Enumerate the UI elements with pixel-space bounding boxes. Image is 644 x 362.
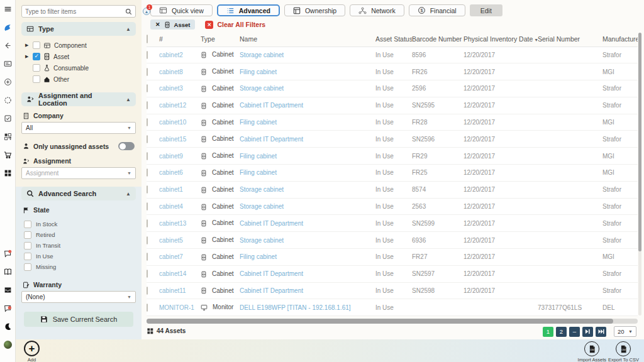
column-header-physical-inventory-date[interactable]: Physical Inventory Date ▼ — [464, 31, 538, 47]
row-checkbox[interactable] — [147, 84, 148, 92]
asset-id-link[interactable]: cabinet12 — [159, 102, 186, 109]
book-icon[interactable] — [3, 267, 13, 277]
sidebar-search[interactable] — [21, 5, 136, 18]
asset-name-link[interactable]: Filing cabinet — [240, 169, 277, 176]
horizontal-scrollbar[interactable] — [147, 319, 638, 324]
tab-quick-view[interactable]: Quick view — [150, 4, 213, 16]
logo-icon[interactable] — [3, 23, 13, 32]
type-filter-item-consumable[interactable]: Consumable — [25, 62, 135, 74]
asset-id-link[interactable]: cabinet15 — [159, 136, 186, 143]
row-checkbox[interactable] — [147, 118, 148, 126]
asset-id-link[interactable]: cabinet10 — [159, 119, 186, 126]
row-checkbox[interactable] — [147, 287, 148, 295]
chat-icon[interactable] — [3, 249, 13, 258]
add-button[interactable]: + Add — [24, 341, 40, 362]
row-checkbox[interactable] — [147, 135, 148, 143]
add-circle-icon[interactable] — [3, 77, 13, 87]
checkbox[interactable] — [33, 53, 40, 60]
asset-name-link[interactable]: Storage cabinet — [240, 186, 284, 193]
import-assets-button[interactable]: CSV Import Assets — [578, 341, 606, 362]
search-icon[interactable] — [125, 8, 132, 15]
page-button-2[interactable]: 2 — [556, 327, 567, 337]
expand-caret-icon[interactable]: ▶ — [25, 43, 30, 48]
row-checkbox[interactable] — [147, 270, 148, 278]
chevron-up-icon[interactable]: ▲ — [126, 191, 131, 197]
select-all-checkbox[interactable] — [147, 35, 148, 43]
back-icon[interactable] — [3, 41, 13, 50]
row-checkbox[interactable] — [147, 51, 148, 59]
page-button-–[interactable]: – — [569, 327, 580, 337]
chevron-up-icon[interactable]: ▲ — [126, 97, 131, 102]
asset-id-link[interactable]: cabinet2 — [159, 52, 183, 58]
row-checkbox[interactable] — [147, 253, 148, 261]
asset-id-link[interactable]: cabinet3 — [159, 85, 183, 92]
type-filter-item-other[interactable]: Other — [25, 74, 135, 85]
column-header--[interactable]: # — [159, 31, 201, 47]
cart-icon[interactable] — [3, 150, 13, 160]
type-filter-item-asset[interactable]: ▶Asset — [25, 51, 135, 62]
expand-caret-icon[interactable]: ▶ — [25, 54, 30, 59]
tab-advanced[interactable]: Advanced — [217, 4, 280, 16]
row-checkbox[interactable] — [147, 168, 148, 177]
page-size-select[interactable]: 20▼ — [614, 326, 636, 337]
asset-name-link[interactable]: Cabinet IT Department — [240, 270, 303, 277]
asset-id-link[interactable]: cabinet14 — [159, 270, 186, 277]
column-header-type[interactable]: Type — [201, 31, 240, 47]
skip-last-button[interactable] — [596, 327, 606, 337]
asset-id-link[interactable]: cabinet9 — [159, 153, 183, 160]
asset-name-link[interactable]: Storage cabinet — [240, 85, 284, 92]
apps-icon[interactable] — [3, 168, 13, 178]
asset-name-link[interactable]: Cabinet IT Department — [240, 136, 303, 143]
column-header-manufacturer[interactable]: Manufacturer — [602, 31, 638, 47]
menu-icon[interactable] — [3, 4, 13, 14]
avatar[interactable] — [3, 340, 13, 349]
asset-id-link[interactable]: cabinet11 — [159, 287, 186, 294]
state-filter-in-use[interactable]: In Use — [24, 251, 135, 261]
state-filter-in-stock[interactable]: In Stock — [24, 219, 135, 229]
checkbox[interactable] — [33, 75, 40, 83]
column-header-barcode-number[interactable]: Barcode Number — [412, 31, 464, 47]
row-checkbox[interactable] — [147, 152, 148, 160]
sidebar-search-input[interactable] — [25, 8, 125, 15]
asset-id-link[interactable]: MONITOR-1 — [159, 304, 194, 311]
checkbox[interactable] — [33, 41, 40, 49]
checkbox[interactable] — [33, 64, 40, 72]
column-header-asset-status[interactable]: Asset Status — [375, 31, 412, 47]
asset-name-link[interactable]: Cabinet IT Department — [240, 102, 303, 109]
checkbox[interactable] — [24, 253, 31, 260]
row-checkbox[interactable] — [147, 68, 148, 76]
unassigned-toggle[interactable] — [118, 142, 135, 150]
row-checkbox[interactable] — [147, 236, 148, 244]
row-checkbox[interactable] — [147, 185, 148, 194]
asset-name-link[interactable]: Filing cabinet — [240, 153, 277, 160]
state-filter-retired[interactable]: Retired — [24, 229, 135, 240]
clear-all-filters-button[interactable]: ✕ Clear All Filters — [205, 21, 265, 29]
tab-edit[interactable]: Edit — [470, 4, 502, 16]
asset-id-link[interactable]: cabinet5 — [159, 237, 183, 244]
checkbox[interactable] — [24, 221, 31, 228]
page-button-1[interactable]: 1 — [543, 327, 553, 337]
task-icon[interactable] — [3, 114, 13, 123]
asset-id-link[interactable]: cabinet7 — [159, 253, 183, 260]
checkbox[interactable] — [24, 231, 31, 239]
type-section-header[interactable]: Type ▲ — [21, 22, 136, 36]
state-filter-missing[interactable]: Missing — [24, 261, 135, 272]
asset-name-link[interactable]: Filing cabinet — [240, 69, 277, 75]
asset-id-link[interactable]: cabinet13 — [159, 220, 186, 227]
asset-name-link[interactable]: Cabinet IT Department — [240, 220, 303, 227]
advanced-search-header[interactable]: Advanced Search ▲ — [21, 187, 136, 200]
asset-id-link[interactable]: cabinet1 — [159, 186, 183, 193]
asset-name-link[interactable]: Filing cabinet — [240, 119, 277, 126]
asset-name-link[interactable]: Storage cabinet — [240, 52, 284, 58]
assignment-section-header[interactable]: Assignment and Location ▲ — [21, 92, 136, 106]
tab-ownership[interactable]: Ownership — [284, 4, 345, 16]
asset-id-link[interactable]: cabinet4 — [159, 203, 183, 210]
inbox-icon[interactable] — [3, 285, 13, 295]
type-filter-item-component[interactable]: ▶Component — [25, 40, 135, 51]
asset-name-link[interactable]: Cabinet IT Department — [240, 287, 303, 294]
tab-financial[interactable]: $Financial — [409, 4, 465, 16]
qr-icon[interactable] — [3, 132, 13, 141]
warranty-select[interactable]: (None) ▼ — [21, 291, 136, 303]
skip-next-button[interactable] — [582, 327, 593, 337]
chevron-up-icon[interactable]: ▲ — [126, 26, 131, 32]
